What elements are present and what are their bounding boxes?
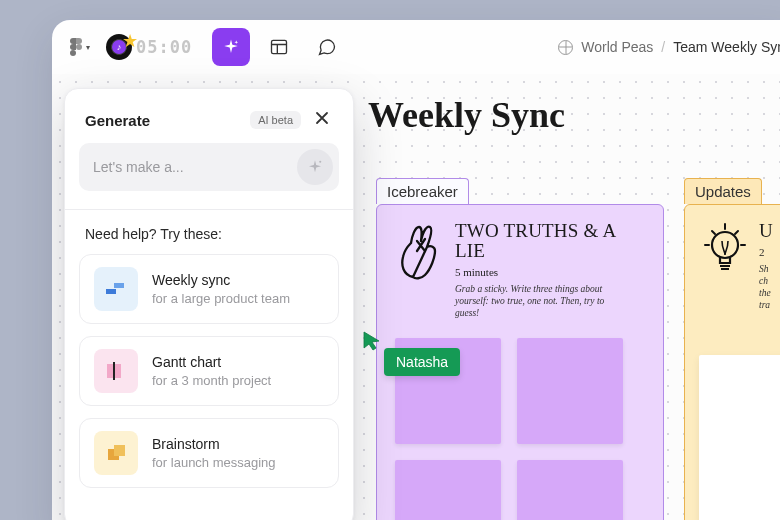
card-title: U [759, 221, 773, 241]
main-menu-button[interactable]: ▾ [66, 34, 94, 60]
comment-tool-button[interactable] [308, 28, 346, 66]
card-icebreaker[interactable]: TWO TRUTHS & A LIE 5 minutes Grab a stic… [376, 204, 664, 520]
sticky-note[interactable] [395, 338, 501, 444]
suggestion-title: Gantt chart [152, 354, 271, 370]
card-duration: 5 minutes [455, 266, 645, 278]
sparkle-icon [222, 38, 240, 56]
suggestion-subtitle: for a 3 month project [152, 373, 271, 388]
app-window: ▾ ♪ ★ 05:00 [52, 20, 780, 520]
lightbulb-icon [703, 221, 747, 279]
comment-icon [317, 37, 337, 57]
suggestion-subtitle: for a large product team [152, 291, 290, 306]
svg-rect-10 [114, 445, 125, 456]
fingers-crossed-icon [395, 221, 443, 281]
svg-point-4 [319, 161, 321, 163]
close-button[interactable] [311, 109, 333, 131]
generate-panel: Generate AI beta Need help? Try these [64, 88, 354, 520]
svg-rect-6 [114, 283, 124, 288]
section-tool-button[interactable] [260, 28, 298, 66]
ai-beta-badge: AI beta [250, 111, 301, 129]
star-icon: ★ [122, 30, 138, 52]
card-description: Grab a sticky. Write three things about … [455, 284, 615, 320]
suggestion-title: Brainstorm [152, 436, 276, 452]
suggestion-title: Weekly sync [152, 272, 290, 288]
toolbar: ▾ ♪ ★ 05:00 [52, 20, 780, 74]
chevron-down-icon: ▾ [86, 43, 90, 52]
svg-rect-5 [106, 289, 116, 294]
panel-divider [65, 209, 353, 210]
timer-widget[interactable]: ♪ ★ 05:00 [104, 32, 198, 62]
timer-value: 05:00 [136, 37, 192, 57]
canvas-title: Weekly Sync [368, 94, 565, 136]
timer-disc-icon: ♪ ★ [106, 34, 132, 60]
sticky-note[interactable] [395, 460, 501, 521]
breadcrumb: World Peas / Team Weekly Sync [558, 20, 780, 74]
suggestion-brainstorm[interactable]: Brainstorm for launch messaging [79, 418, 339, 488]
section-label-updates[interactable]: Updates [684, 178, 762, 204]
globe-icon [558, 40, 573, 55]
card-title: TWO TRUTHS & A LIE [455, 221, 645, 261]
svg-rect-0 [272, 40, 287, 53]
sticky-grid [395, 338, 645, 521]
suggestion-gantt-chart[interactable]: Gantt chart for a 3 month project [79, 336, 339, 406]
card-description: Sh ch the tra [759, 264, 773, 312]
suggestion-thumb-icon [94, 267, 138, 311]
sticky-note[interactable] [517, 460, 623, 521]
sticky-note[interactable] [517, 338, 623, 444]
prompt-input[interactable] [93, 159, 291, 175]
section-icon [269, 37, 289, 57]
updates-content-box[interactable] [699, 355, 780, 520]
breadcrumb-workspace[interactable]: World Peas [581, 39, 653, 55]
ai-generate-button[interactable] [212, 28, 250, 66]
card-duration: 2 [759, 246, 773, 258]
section-label-icebreaker[interactable]: Icebreaker [376, 178, 469, 204]
prompt-input-wrapper[interactable] [79, 143, 339, 191]
figma-logo-icon [70, 38, 82, 56]
sparkle-icon [306, 158, 324, 176]
suggestion-weekly-sync[interactable]: Weekly sync for a large product team [79, 254, 339, 324]
suggestion-subtitle: for launch messaging [152, 455, 276, 470]
prompt-submit-button[interactable] [297, 149, 333, 185]
close-icon [315, 111, 329, 125]
panel-title: Generate [85, 112, 150, 129]
breadcrumb-separator: / [661, 39, 665, 55]
help-label: Need help? Try these: [79, 226, 339, 254]
suggestion-thumb-icon [94, 431, 138, 475]
breadcrumb-file[interactable]: Team Weekly Sync [673, 39, 780, 55]
card-updates[interactable]: U 2 Sh ch the tra [684, 204, 780, 520]
suggestion-thumb-icon [94, 349, 138, 393]
